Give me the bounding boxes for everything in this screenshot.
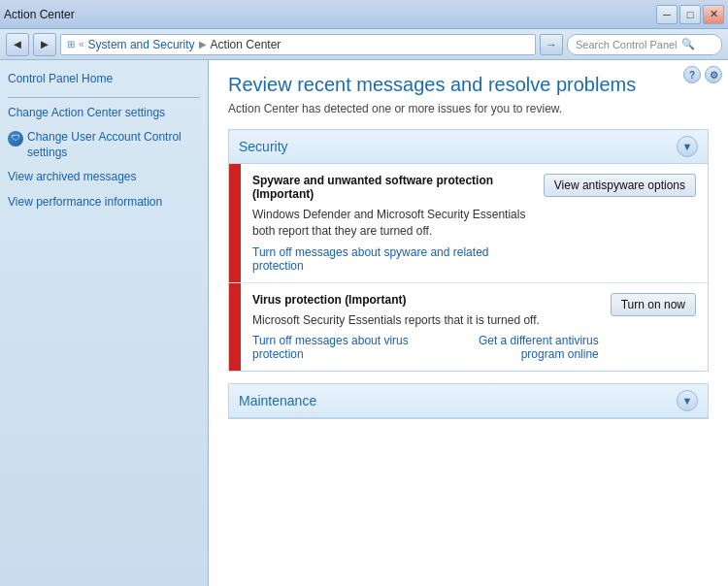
change-uac-label: Change User Account Control settings — [27, 130, 200, 160]
breadcrumb[interactable]: ⊞ « System and Security ▶ Action Center — [60, 34, 536, 55]
page-subtitle: Action Center has detected one or more i… — [228, 102, 709, 115]
virus-alert-title: Virus protection (Important) — [252, 293, 599, 307]
virus-alert-desc: Microsoft Security Essentials reports th… — [252, 312, 563, 329]
top-right-icons: ? ⚙ — [683, 66, 722, 83]
virus-turn-off-link[interactable]: Turn off messages about virus protection — [252, 334, 425, 361]
help-button[interactable]: ? — [683, 66, 701, 83]
maintenance-section: Maintenance ▼ — [228, 383, 709, 419]
address-bar: ◄ ► ⊞ « System and Security ▶ Action Cen… — [0, 29, 728, 60]
virus-get-antivirus-link[interactable]: Get a different antivirus program online — [433, 334, 598, 361]
sidebar-divider — [8, 97, 200, 98]
search-icon: 🔍 — [681, 38, 695, 50]
sidebar-item-change-uac[interactable]: 🛡 Change User Account Control settings — [8, 130, 200, 160]
change-action-center-label: Change Action Center settings — [8, 106, 165, 121]
security-section-title: Security — [239, 139, 288, 154]
search-placeholder: Search Control Panel — [576, 39, 678, 50]
search-bar[interactable]: Search Control Panel 🔍 — [567, 34, 722, 55]
maintenance-chevron-button[interactable]: ▼ — [677, 390, 698, 411]
minimize-button[interactable]: ─ — [656, 5, 678, 24]
sidebar-item-home[interactable]: Control Panel Home — [8, 72, 200, 87]
main-container: Control Panel Home Change Action Center … — [0, 60, 728, 586]
view-perf-label: View performance information — [8, 195, 162, 211]
virus-alert-item: Virus protection (Important) Microsoft S… — [229, 283, 708, 372]
breadcrumb-system-security[interactable]: System and Security — [88, 38, 195, 51]
spyware-turn-off-link[interactable]: Turn off messages about spyware and rela… — [252, 245, 488, 273]
maximize-button[interactable]: □ — [679, 5, 701, 24]
maintenance-section-header: Maintenance ▼ — [229, 384, 708, 418]
title-bar-buttons: ─ □ ✕ — [656, 5, 724, 24]
title-bar-left: Action Center — [4, 8, 75, 21]
maintenance-section-title: Maintenance — [239, 393, 316, 408]
spyware-alert-desc: Windows Defender and Microsoft Security … — [252, 207, 532, 240]
home-label: Control Panel Home — [8, 72, 113, 87]
spyware-alert-action: View antispyware options — [544, 164, 708, 282]
turn-on-now-button[interactable]: Turn on now — [611, 293, 696, 316]
view-archived-label: View archived messages — [8, 170, 137, 185]
spyware-alert-title: Spyware and unwanted software protection… — [252, 174, 532, 201]
security-section: Security ▼ Spyware and unwanted software… — [228, 129, 709, 372]
security-section-header: Security ▼ — [229, 130, 708, 164]
virus-links-row: Turn off messages about virus protection… — [252, 334, 599, 361]
virus-alert-content: Virus protection (Important) Microsoft S… — [241, 283, 611, 372]
uac-shield-icon: 🛡 — [8, 131, 23, 146]
page-title: Review recent messages and resolve probl… — [228, 74, 709, 96]
sidebar-item-view-archived[interactable]: View archived messages — [8, 170, 200, 185]
view-antispyware-button[interactable]: View antispyware options — [544, 174, 696, 197]
settings-button[interactable]: ⚙ — [705, 66, 722, 83]
back-button[interactable]: ◄ — [6, 33, 29, 56]
virus-alert-action: Turn on now — [611, 283, 708, 372]
sidebar-item-change-action-center[interactable]: Change Action Center settings — [8, 106, 200, 121]
security-chevron-button[interactable]: ▼ — [677, 136, 698, 157]
sidebar: Control Panel Home Change Action Center … — [0, 60, 209, 586]
breadcrumb-sep1: ▶ — [199, 39, 207, 49]
breadcrumb-prefix: « — [79, 39, 84, 49]
virus-red-bar — [229, 283, 241, 372]
spyware-red-bar — [229, 164, 241, 282]
spyware-alert-item: Spyware and unwanted software protection… — [229, 164, 708, 283]
sidebar-item-view-perf[interactable]: View performance information — [8, 195, 200, 211]
title-bar: Action Center ─ □ ✕ — [0, 0, 728, 29]
content-area: ? ⚙ Review recent messages and resolve p… — [209, 60, 728, 586]
breadcrumb-action-center: Action Center — [211, 38, 281, 51]
go-button[interactable]: → — [540, 34, 563, 55]
close-button[interactable]: ✕ — [703, 5, 724, 24]
breadcrumb-icon: ⊞ — [67, 39, 75, 49]
spyware-alert-content: Spyware and unwanted software protection… — [241, 164, 544, 282]
forward-button[interactable]: ► — [33, 33, 56, 56]
window-title: Action Center — [4, 8, 75, 21]
